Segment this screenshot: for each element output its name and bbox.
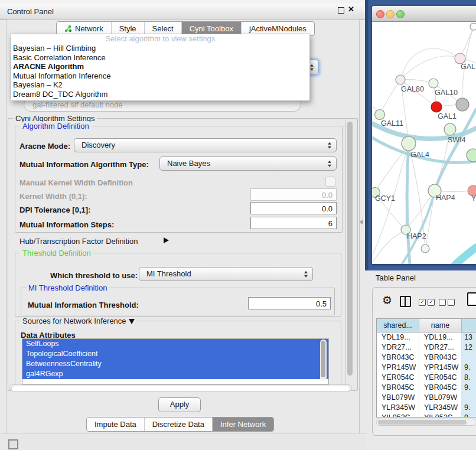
network-node-bottom-node[interactable] (421, 244, 429, 253)
network-node-gal11[interactable] (375, 110, 385, 120)
mi-threshold-label: Mutual Information Threshold: (28, 301, 139, 309)
close-panel-icon[interactable]: ✕ (348, 5, 354, 14)
table-row[interactable]: YBR043CYBR043C (377, 353, 476, 363)
network-window-titlebar[interactable] (372, 6, 476, 22)
network-node-gray-node[interactable] (456, 98, 469, 111)
which-threshold-value: MI Threshold (146, 269, 191, 278)
minimized-panel-icon[interactable] (8, 439, 18, 449)
algorithm-option[interactable]: Mutual Information Inference (11, 71, 309, 81)
tab-discretize-data[interactable]: Discretize Data (145, 418, 213, 431)
stepper-arrows-icon (328, 142, 331, 149)
kernel-width-field[interactable]: 0.0 (250, 188, 337, 201)
deselect-all-columns-icon[interactable] (439, 299, 455, 306)
table-row[interactable]: YBR045CYBR045C9. (377, 383, 476, 393)
aracne-mode-select[interactable]: Discovery (74, 138, 337, 152)
algorithm-option[interactable]: Dream8 DC_TDC Algorithm (11, 90, 309, 99)
attribute-item[interactable]: SelfLoops (22, 339, 328, 349)
table-row[interactable]: YBL079WYBL079W (377, 393, 476, 403)
network-node-swi4[interactable] (444, 123, 456, 135)
table-cell: YBR045C (377, 383, 419, 393)
network-edge[interactable] (400, 56, 460, 80)
apply-button[interactable]: Apply (158, 397, 201, 412)
manual-kernel-label: Manual Kernel Width Definition (19, 178, 133, 187)
float-panel-icon[interactable] (338, 7, 344, 14)
settings-horizontal-scrollbar[interactable] (9, 384, 352, 392)
mi-type-value: Naive Bayes (167, 159, 210, 168)
algorithm-prompt: Select algorithm to view settings (11, 34, 309, 44)
table-row[interactable]: YIL052CYIL052C9 (377, 413, 476, 418)
tab-label: Discretize Data (152, 418, 204, 431)
select-all-columns-icon[interactable]: ✓ ✓ (419, 299, 435, 306)
settings-horizontal-scrollbar-thumb[interactable] (11, 386, 350, 392)
network-icon (64, 25, 72, 32)
table-scrollbar-thumb[interactable] (378, 420, 467, 425)
mi-type-label: Mutual Information Algorithm Type: (19, 160, 149, 169)
column-header[interactable]: shared... (377, 319, 419, 332)
algorithm-option[interactable]: Basic Correlation Inference (11, 53, 309, 63)
network-edge[interactable] (372, 230, 406, 263)
minimize-window-icon[interactable] (386, 10, 395, 18)
table-cell: YBL079W (419, 393, 462, 403)
export-table-icon[interactable] (467, 292, 476, 306)
network-node-gal1[interactable] (431, 102, 442, 112)
network-edge-thick[interactable] (407, 144, 410, 264)
hub-section-label[interactable]: Hub/Transcription Factor Definition (19, 237, 138, 246)
algorithm-option[interactable]: Bayesian – Hill Climbing (11, 44, 309, 53)
attribute-item[interactable]: gal4RGexp (22, 369, 328, 379)
tab-impute-data[interactable]: Impute Data (87, 418, 145, 431)
network-edge[interactable] (400, 48, 460, 80)
data-attributes-list[interactable]: SelfLoopsTopologicalCoefficientBetweenne… (22, 338, 329, 384)
table-row[interactable]: YPR145WYPR145W9. (377, 363, 476, 373)
column-header[interactable]: A (462, 319, 476, 332)
gear-icon[interactable]: ⚙ (382, 294, 392, 307)
close-window-icon[interactable] (376, 10, 384, 18)
table-cell: 9. (462, 383, 476, 393)
network-node-green-right[interactable] (467, 149, 476, 162)
manual-kernel-checkbox[interactable] (325, 177, 335, 187)
network-edge-thick[interactable] (452, 247, 476, 264)
attribute-item[interactable]: TopologicalCoefficient (22, 349, 328, 359)
control-panel-title: Control Panel (7, 7, 54, 16)
tab-infer-network[interactable]: Infer Network (213, 418, 273, 431)
network-edge[interactable] (375, 144, 409, 193)
which-threshold-select[interactable]: MI Threshold (139, 267, 313, 281)
table-horizontal-scrollbar[interactable] (376, 419, 476, 426)
settings-scrollbar-thumb[interactable] (347, 122, 353, 376)
mi-type-select[interactable]: Naive Bayes (159, 156, 337, 171)
table-row[interactable]: YDL19...YDL19...13 (377, 332, 476, 343)
column-header[interactable]: name (419, 319, 462, 332)
which-threshold-label: Which threshold to use: (50, 271, 138, 280)
expand-arrow-icon[interactable] (164, 237, 169, 243)
table-row[interactable]: YLR345WYLR345W9. (377, 403, 476, 413)
threshold-definition-title: Threshold Definition (20, 249, 93, 257)
table-cell: YIL052C (419, 413, 462, 418)
sources-group-title[interactable]: Sources for Network Inference (20, 317, 137, 325)
settings-scrollbar[interactable] (345, 119, 354, 389)
table-row[interactable]: YER054CYER054C8. (377, 373, 476, 383)
table-cell: 9 (462, 413, 476, 418)
collapse-arrow-icon[interactable] (129, 319, 135, 324)
network-node-gal10[interactable] (429, 79, 438, 88)
network-node-gal4[interactable] (402, 136, 416, 151)
splitter-arrow-icon[interactable] (360, 220, 363, 224)
table-cell: 9. (462, 363, 476, 373)
mi-threshold-field[interactable]: 0.5 (248, 297, 331, 309)
table-row[interactable]: YDR27...YDR27...12 (377, 343, 476, 353)
dpi-tolerance-field[interactable]: 0.0 (250, 202, 337, 214)
attributes-scrollbar[interactable] (320, 340, 327, 381)
mi-steps-field[interactable]: 6 (250, 217, 337, 229)
network-edge[interactable] (406, 191, 435, 230)
algorithm-definition-title: Algorithm Definition (20, 122, 92, 131)
algorithm-option[interactable]: ARACNE Algorithm (11, 62, 309, 71)
network-edge[interactable] (380, 80, 400, 115)
table-cell (462, 353, 476, 363)
table-cell: YLR345W (377, 403, 419, 413)
columns-icon[interactable] (400, 296, 411, 307)
attribute-item[interactable]: BetweennessCentrality (22, 359, 328, 369)
network-canvas[interactable]: GALGAL80GAL10GAL1GAL11SWI4GAL4GCY1HAP4YH… (372, 22, 476, 264)
algorithm-option[interactable]: Bayesian – K2 (11, 80, 309, 90)
network-node-partial-top-right[interactable] (470, 23, 476, 30)
table-cell: YDL19... (419, 332, 462, 343)
network-node-gal80[interactable] (396, 75, 405, 84)
zoom-window-icon[interactable] (396, 10, 405, 18)
